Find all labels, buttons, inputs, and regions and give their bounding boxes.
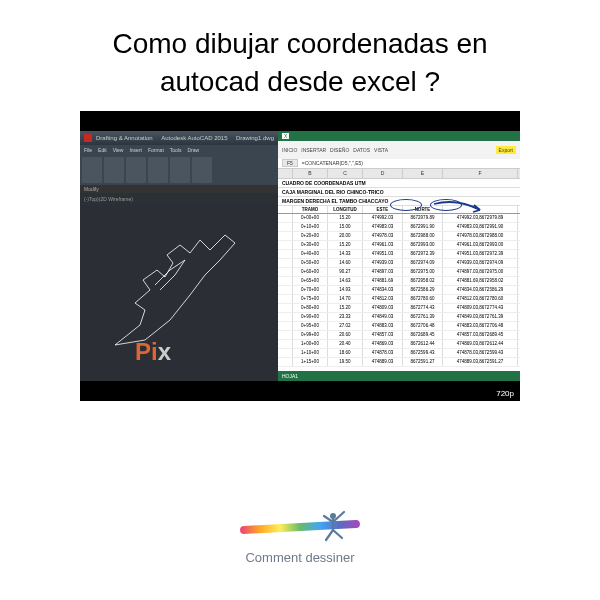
- grid-cell[interactable]: 474878.03,8672599.43: [443, 349, 518, 357]
- grid-cell[interactable]: 0+10+00: [293, 223, 328, 231]
- grid-cell[interactable]: 8672958.02: [403, 277, 443, 285]
- grid-cell[interactable]: [278, 268, 293, 276]
- menu-draw[interactable]: Draw: [187, 147, 199, 153]
- ribbon-button[interactable]: [126, 157, 146, 183]
- grid-cell[interactable]: 1+10+00: [293, 349, 328, 357]
- table-row[interactable]: 1+00+0020.40474869.038672612.44474869.03…: [278, 340, 520, 349]
- grid-cell[interactable]: 0+65+00: [293, 277, 328, 285]
- grid-cell[interactable]: 474939.03: [363, 259, 403, 267]
- grid-cell[interactable]: 0+50+00: [293, 259, 328, 267]
- table-row[interactable]: 0+10+0015.00474983.038672991.90474983.03…: [278, 223, 520, 232]
- grid-cell[interactable]: 474812.03: [363, 295, 403, 303]
- grid-cell[interactable]: 474809.03,8672774.43: [443, 304, 518, 312]
- sheet-tab[interactable]: HOJA1: [282, 373, 298, 379]
- col-header[interactable]: [278, 169, 293, 178]
- grid-cell[interactable]: 8672599.43: [403, 349, 443, 357]
- grid-cell[interactable]: [278, 340, 293, 348]
- grid-cell[interactable]: 474978.03,8672988.00: [443, 232, 518, 240]
- grid-cell[interactable]: 474881.69,8672958.02: [443, 277, 518, 285]
- grid-cell[interactable]: 474961.03,8672993.00: [443, 241, 518, 249]
- grid-cell[interactable]: 474857.03,8672689.45: [443, 331, 518, 339]
- grid-cell[interactable]: 14.70: [328, 295, 363, 303]
- table-row[interactable]: 0+65+0014.63474881.698672958.02474881.69…: [278, 277, 520, 286]
- table-row[interactable]: 0+99+0020.60474857.038672689.45474857.03…: [278, 331, 520, 340]
- grid-cell[interactable]: 8672586.29: [403, 286, 443, 294]
- grid-cell[interactable]: 0+70+00: [293, 286, 328, 294]
- grid-cell[interactable]: 8672774.43: [403, 304, 443, 312]
- name-box[interactable]: F5: [282, 159, 298, 167]
- grid-cell[interactable]: 474897.03,8672975.00: [443, 268, 518, 276]
- grid-cell[interactable]: 14.33: [328, 250, 363, 258]
- ribbon-tab[interactable]: DATOS: [353, 147, 370, 153]
- grid-cell[interactable]: 474812.03,8672780.60: [443, 295, 518, 303]
- menu-insert[interactable]: Insert: [129, 147, 142, 153]
- grid-cell[interactable]: 8672991.90: [403, 223, 443, 231]
- table-row[interactable]: 0+20+0020.00474978.038672988.00474978.03…: [278, 232, 520, 241]
- grid-cell[interactable]: 15.20: [328, 241, 363, 249]
- grid-cell[interactable]: 1+00+00: [293, 340, 328, 348]
- grid-cell[interactable]: 474889.03: [363, 358, 403, 366]
- ribbon-button[interactable]: [148, 157, 168, 183]
- grid-cell[interactable]: [278, 331, 293, 339]
- ribbon-button[interactable]: [104, 157, 124, 183]
- menu-format[interactable]: Format: [148, 147, 164, 153]
- grid-cell[interactable]: 15.20: [328, 304, 363, 312]
- grid-cell[interactable]: 0+30+00: [293, 241, 328, 249]
- grid-cell[interactable]: 474883.03,8672706.48: [443, 322, 518, 330]
- grid-cell[interactable]: 20.60: [328, 331, 363, 339]
- grid-cell[interactable]: [278, 214, 293, 222]
- grid-cell[interactable]: 18.60: [328, 349, 363, 357]
- table-row[interactable]: 0+50+0014.60474939.038672974.09474939.03…: [278, 259, 520, 268]
- viewport-tab[interactable]: (-)Top)(2D Wireframe): [84, 196, 133, 202]
- ribbon-tab[interactable]: INSERTAR: [301, 147, 326, 153]
- col-header[interactable]: B: [293, 169, 328, 178]
- table-row[interactable]: 1+10+0018.60474878.038672599.43474878.03…: [278, 349, 520, 358]
- grid-cell[interactable]: 474881.69: [363, 277, 403, 285]
- grid-cell[interactable]: 0+99+00: [293, 331, 328, 339]
- grid-cell[interactable]: 474983.03,8672991.90: [443, 223, 518, 231]
- formula-input[interactable]: =CONCATENAR(D5,",",E5): [302, 160, 363, 166]
- grid-cell[interactable]: [278, 358, 293, 366]
- grid-cell[interactable]: 20.40: [328, 340, 363, 348]
- table-row[interactable]: 0+70+0014.93474834.038672586.29474834.03…: [278, 286, 520, 295]
- table-row[interactable]: 0+60+0090.27474897.038672975.00474897.03…: [278, 268, 520, 277]
- menu-view[interactable]: View: [113, 147, 124, 153]
- grid-cell[interactable]: [278, 349, 293, 357]
- grid-cell[interactable]: 90.27: [328, 268, 363, 276]
- grid-cell[interactable]: [278, 250, 293, 258]
- grid-cell[interactable]: 20.00: [328, 232, 363, 240]
- grid-cell[interactable]: [278, 286, 293, 294]
- grid-cell[interactable]: [278, 304, 293, 312]
- col-header[interactable]: C: [328, 169, 363, 178]
- menu-tools[interactable]: Tools: [170, 147, 182, 153]
- ribbon-button[interactable]: [170, 157, 190, 183]
- grid-cell[interactable]: 27.02: [328, 322, 363, 330]
- grid-cell[interactable]: 8672689.45: [403, 331, 443, 339]
- grid-cell[interactable]: [278, 241, 293, 249]
- grid-cell[interactable]: 0+75+00: [293, 295, 328, 303]
- grid-cell[interactable]: 0+90+00: [293, 313, 328, 321]
- grid-cell[interactable]: 0+20+00: [293, 232, 328, 240]
- col-header[interactable]: F: [443, 169, 518, 178]
- grid-cell[interactable]: 474992.03: [363, 214, 403, 222]
- table-row[interactable]: 0+90+0023.33474849.038672761.39474849.03…: [278, 313, 520, 322]
- table-row[interactable]: 1+15+0019.50474889.038672591.27474889.03…: [278, 358, 520, 367]
- grid-cell[interactable]: 0+40+00: [293, 250, 328, 258]
- grid-cell[interactable]: 474951.03: [363, 250, 403, 258]
- grid-cell[interactable]: 8672993.00: [403, 241, 443, 249]
- autocad-canvas[interactable]: Pix: [80, 205, 278, 381]
- table-row[interactable]: 0+80+0015.20474809.038672774.43474809.03…: [278, 304, 520, 313]
- grid-cell[interactable]: 8672975.00: [403, 268, 443, 276]
- menu-edit[interactable]: Edit: [98, 147, 107, 153]
- grid-cell[interactable]: 474869.03,8672612.44: [443, 340, 518, 348]
- grid-cell[interactable]: 8672988.00: [403, 232, 443, 240]
- grid-cell[interactable]: 14.63: [328, 277, 363, 285]
- grid-cell[interactable]: 8672761.39: [403, 313, 443, 321]
- grid-cell[interactable]: 14.93: [328, 286, 363, 294]
- grid-cell[interactable]: 474889.03,8672591.27: [443, 358, 518, 366]
- grid-cell[interactable]: 474849.03: [363, 313, 403, 321]
- grid-cell[interactable]: 15.20: [328, 214, 363, 222]
- grid-cell[interactable]: 474809.03: [363, 304, 403, 312]
- grid-cell[interactable]: 474983.03: [363, 223, 403, 231]
- ribbon-button[interactable]: [82, 157, 102, 183]
